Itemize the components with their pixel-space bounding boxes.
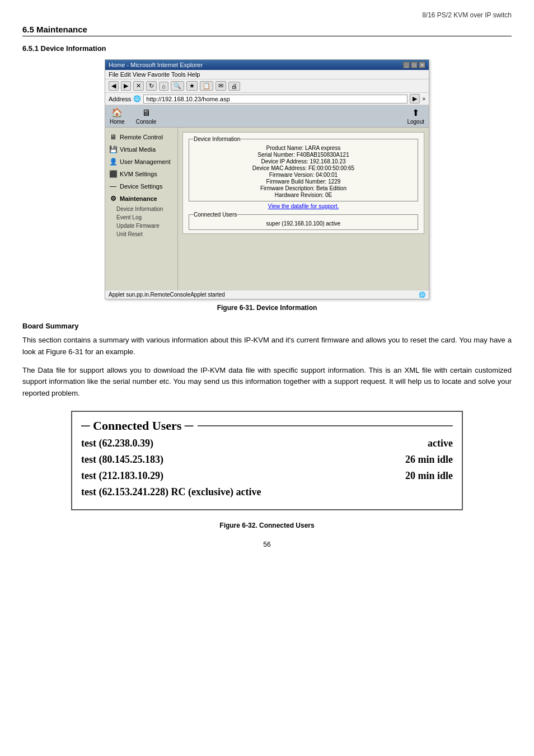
sidebar-item-maintenance[interactable]: ⚙ Maintenance [105, 192, 177, 205]
home-label: Home [110, 119, 125, 125]
sidebar-item-user-management[interactable]: 👤 User Management [105, 156, 177, 168]
browser-sidebar: 🖥 Remote Control 💾 Virtual Media 👤 User … [105, 128, 178, 290]
board-summary-heading: Board Summary [22, 322, 512, 330]
fw-desc-label: Firmware Description: [260, 185, 315, 191]
minimize-button[interactable]: _ [403, 62, 410, 68]
browser-titlebar: Home - Microsoft Internet Explorer _ □ ✕ [105, 60, 429, 70]
address-input[interactable] [143, 95, 407, 104]
mail-button[interactable]: ✉ [216, 81, 226, 91]
logout-icon: ⬆ [412, 107, 419, 118]
product-name-value: LARA express [305, 145, 340, 151]
statusbar-text: Applet sun.pp.in.RemoteConsoleApplet sta… [109, 292, 225, 298]
cu-row-1: test (62.238.0.39) active [81, 435, 453, 452]
cu-status-2: 26 min idle [405, 454, 453, 466]
connected-users-title: ─ Connected Users ─ [81, 419, 193, 433]
fw-version-row: Firmware Version: 04:00:01 [194, 172, 413, 178]
back-button[interactable]: ◀ [109, 81, 119, 91]
device-mac-label: Device MAC Address: [252, 165, 307, 171]
product-name-label: Product Name: [266, 145, 304, 151]
page-number: 56 [22, 541, 512, 548]
sidebar-sub-device-information[interactable]: Device Information [105, 205, 177, 213]
maintenance-icon: ⚙ [109, 194, 118, 203]
serial-number-row: Serial Number: F40BAB150830A121 [194, 152, 413, 158]
links-label: » [422, 96, 425, 102]
nav-home-console: 🏠 Home 🖥 Console [110, 107, 156, 125]
device-mac-row: Device MAC Address: FE:00:00:50:00:65 [194, 165, 413, 171]
hw-revision-label: Hardware Revision: [275, 192, 324, 198]
sidebar-sub-label-unit-reset: Unit Reset [116, 231, 143, 237]
maximize-button[interactable]: □ [411, 62, 418, 68]
go-button[interactable]: ▶ [410, 94, 420, 104]
sidebar-item-virtual-media[interactable]: 💾 Virtual Media [105, 143, 177, 156]
cu-title-line [198, 425, 453, 426]
close-button[interactable]: ✕ [419, 62, 425, 68]
fw-desc-value: Beta Edition [316, 185, 346, 191]
serial-number-value: F40BAB150830A121 [297, 152, 349, 158]
sidebar-sub-label-event-log: Event Log [116, 214, 142, 220]
paragraph-2: The Data file for support allows you to … [22, 365, 512, 400]
browser-window: Home - Microsoft Internet Explorer _ □ ✕… [105, 59, 429, 299]
product-name-row: Product Name: LARA express [194, 145, 413, 151]
device-ip-row: Device IP Address: 192.168.10.23 [194, 158, 413, 165]
device-mac-value: FE:00:00:50:00:65 [308, 165, 354, 171]
cu-row-full: test (62.153.241.228) RC (exclusive) act… [81, 484, 453, 500]
home-icon: 🏠 [111, 107, 123, 118]
history-button[interactable]: 📋 [200, 81, 213, 91]
cu-user-1: test (62.238.0.39) [81, 438, 153, 449]
cu-row-3: test (212.183.10.29) 20 min idle [81, 468, 453, 484]
home-button[interactable]: ⌂ [159, 82, 168, 91]
cu-status-3: 20 min idle [405, 470, 453, 482]
print-button[interactable]: 🖨 [228, 82, 240, 91]
cu-status-1: active [428, 438, 453, 449]
sidebar-label-device-settings: Device Settings [120, 183, 162, 190]
hw-revision-row: Hardware Revision: 0E [194, 192, 413, 198]
paragraph-1: This section contains a summary with var… [22, 335, 512, 358]
sidebar-sub-update-firmware[interactable]: Update Firmware [105, 222, 177, 230]
forward-button[interactable]: ▶ [121, 81, 131, 91]
view-datafile-link[interactable]: View the datafile for support. [189, 203, 418, 209]
address-label: Address [109, 96, 131, 102]
browser-menubar: File Edit View Favorite Tools Help [105, 70, 429, 79]
fw-desc-row: Firmware Description: Beta Edition [194, 185, 413, 191]
sidebar-sub-unit-reset[interactable]: Unit Reset [105, 230, 177, 238]
device-info-box: Device Information Product Name: LARA ex… [182, 132, 424, 234]
connected-users-small-box: Connected Users super (192.168.10.100) a… [189, 212, 418, 230]
browser-statusbar: Applet sun.pp.in.RemoteConsoleApplet sta… [105, 290, 429, 299]
connected-users-small-user: super (192.168.10.100) active [194, 220, 413, 227]
kvm-top-nav: 🏠 Home 🖥 Console ⬆ Logout [105, 105, 429, 128]
menu-items: File Edit View Favorite Tools Help [109, 71, 200, 78]
top-right-label: 8/16 PS/2 KVM over IP switch [22, 11, 512, 19]
console-nav-item[interactable]: 🖥 Console [136, 108, 157, 125]
favorites-button[interactable]: ★ [186, 81, 198, 91]
fw-version-label: Firmware Version: [269, 172, 315, 178]
sidebar-sub-event-log[interactable]: Event Log [105, 213, 177, 222]
device-info-legend: Device Information [194, 136, 240, 142]
browser-title: Home - Microsoft Internet Explorer [109, 62, 203, 68]
sidebar-label-remote-control: Remote Control [120, 134, 163, 140]
search-button[interactable]: 🔍 [171, 81, 184, 91]
console-label: Console [136, 119, 157, 125]
logout-nav-item[interactable]: ⬆ Logout [407, 107, 424, 125]
browser-content: 🖥 Remote Control 💾 Virtual Media 👤 User … [105, 128, 429, 290]
address-icon: 🌐 [133, 95, 141, 102]
device-ip-label: Device IP Address: [261, 158, 308, 165]
sidebar-sub-label-device-information: Device Information [116, 206, 163, 212]
console-icon: 🖥 [142, 108, 151, 118]
statusbar-icon: 🌐 [419, 292, 425, 298]
refresh-button[interactable]: ↻ [146, 81, 157, 91]
sidebar-item-device-settings[interactable]: — Device Settings [105, 180, 177, 192]
figure32-caption: Figure 6-32. Connected Users [22, 522, 512, 529]
connected-users-large-box: ─ Connected Users ─ test (62.238.0.39) a… [71, 411, 463, 510]
serial-number-label: Serial Number: [257, 152, 295, 158]
sidebar-item-remote-control[interactable]: 🖥 Remote Control [105, 131, 177, 143]
stop-button[interactable]: ✕ [133, 81, 144, 91]
sidebar-label-kvm-settings: KVM Settings [120, 171, 157, 177]
hw-revision-value: 0E [325, 192, 332, 198]
home-nav-item[interactable]: 🏠 Home [110, 107, 125, 125]
sidebar-sub-label-update-firmware: Update Firmware [116, 223, 160, 229]
connected-users-small-legend: Connected Users [194, 212, 237, 218]
cu-user-2: test (80.145.25.183) [81, 454, 163, 466]
sidebar-item-kvm-settings[interactable]: ⬛ KVM Settings [105, 168, 177, 180]
kvm-settings-icon: ⬛ [109, 170, 118, 179]
device-settings-icon: — [109, 182, 118, 191]
